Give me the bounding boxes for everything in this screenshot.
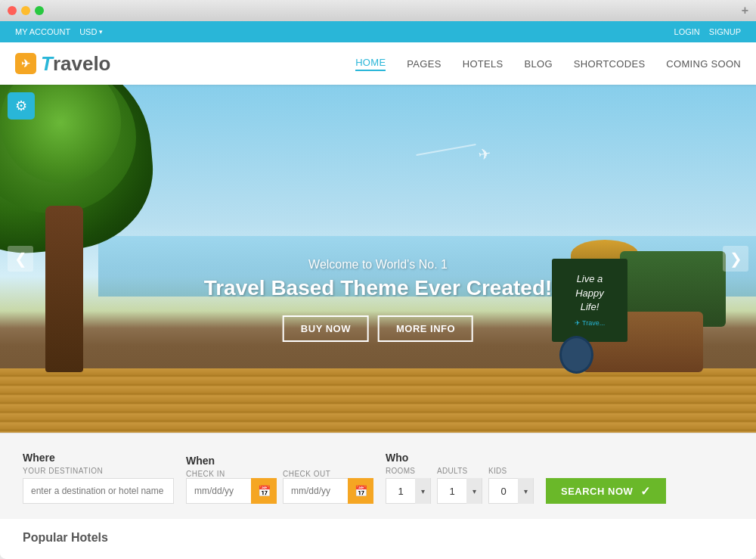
- main-nav: ✈ Travelo HOME PAGES HOTELS BLOG SHORTCO…: [0, 42, 756, 85]
- checkin-calendar-icon[interactable]: 📅: [251, 478, 277, 504]
- maximize-button[interactable]: [35, 6, 44, 15]
- when-label: When: [186, 455, 373, 467]
- chalkboard: Live a Happy Life! ✈ Trave...: [552, 259, 627, 342]
- rooms-group: ROOMS 1 ▾: [386, 467, 431, 504]
- currency-dropdown[interactable]: USD ▾: [79, 27, 103, 36]
- minimize-button[interactable]: [21, 6, 30, 15]
- browser-window: + MY ACCOUNT USD ▾ LOGIN SIGNUP ✈: [0, 0, 756, 559]
- browser-titlebar: +: [0, 0, 756, 21]
- nav-shortcodes[interactable]: SHORTCODES: [574, 58, 646, 70]
- adults-label: ADULTS: [437, 467, 482, 475]
- checkout-sublabel: CHECK OUT: [283, 470, 373, 478]
- adults-decrement-button[interactable]: ▾: [466, 478, 482, 504]
- logo-text: Travelo: [41, 52, 111, 76]
- hero-subtitle: Welcome to World's No. 1: [204, 258, 553, 272]
- adults-spinner: 1 ▾: [437, 478, 482, 504]
- adults-value: 1: [438, 486, 466, 497]
- where-sublabel: YOUR DESTINATION: [23, 467, 174, 475]
- browser-content: MY ACCOUNT USD ▾ LOGIN SIGNUP ✈ Travelo: [0, 21, 756, 559]
- slider-next-button[interactable]: ❯: [723, 246, 748, 272]
- adults-group: ADULTS 1 ▾: [437, 467, 482, 504]
- hero-buttons: BUY NOW MORE INFO: [204, 315, 553, 342]
- more-info-button[interactable]: MORE INFO: [378, 315, 473, 342]
- checkout-wrap: 📅: [283, 478, 373, 504]
- popular-section: Popular Hotels: [0, 519, 756, 557]
- nav-pages[interactable]: PAGES: [407, 58, 441, 70]
- nav-blog[interactable]: BLOG: [525, 58, 553, 70]
- rooms-decrement-button[interactable]: ▾: [415, 478, 430, 504]
- checkin-group: CHECK IN 📅: [186, 470, 277, 504]
- top-bar-left: MY ACCOUNT USD ▾: [15, 27, 103, 36]
- search-section: Where YOUR DESTINATION When CHECK IN 📅: [0, 433, 756, 519]
- dropdown-arrow-icon: ▾: [99, 28, 103, 36]
- checkin-wrap: 📅: [186, 478, 277, 504]
- kids-spinner: 0 ▾: [488, 478, 534, 504]
- where-label: Where: [23, 452, 174, 464]
- when-group: When CHECK IN 📅 CHECK OUT 📅: [186, 455, 373, 504]
- rooms-label: ROOMS: [386, 467, 431, 475]
- nav-links: HOME PAGES HOTELS BLOG SHORTCODES COMING…: [355, 57, 741, 71]
- slider-prev-button[interactable]: ❮: [8, 246, 33, 272]
- search-now-button[interactable]: SEARCH NOW ✓: [546, 478, 666, 504]
- who-group: Who ROOMS 1 ▾ ADULTS 1 ▾: [386, 452, 534, 504]
- logo[interactable]: ✈ Travelo: [15, 52, 111, 76]
- kids-decrement-button[interactable]: ▾: [518, 478, 533, 504]
- buy-now-button[interactable]: BUY NOW: [283, 315, 369, 342]
- logo-italic: T: [41, 52, 53, 75]
- alarm-clock: [559, 336, 593, 374]
- checkmark-icon: ✓: [640, 484, 651, 498]
- login-link[interactable]: LOGIN: [674, 27, 700, 36]
- where-group: Where YOUR DESTINATION: [23, 452, 174, 504]
- close-button[interactable]: [8, 6, 17, 15]
- logo-icon: ✈: [15, 53, 36, 74]
- hero-slider: ✈ ⚙ Live a Happy: [0, 85, 756, 433]
- rooms-spinner: 1 ▾: [386, 478, 431, 504]
- nav-coming-soon[interactable]: COMING SOON: [666, 58, 741, 70]
- hero-text: Welcome to World's No. 1 Travel Based Th…: [204, 258, 553, 342]
- checkout-group: CHECK OUT 📅: [283, 470, 373, 504]
- tree-trunk: [45, 206, 83, 372]
- nav-hotels[interactable]: HOTELS: [463, 58, 503, 70]
- kids-label: KIDS: [488, 467, 534, 475]
- my-account-link[interactable]: MY ACCOUNT: [15, 27, 70, 36]
- kids-group: KIDS 0 ▾: [488, 467, 534, 504]
- checkin-sublabel: CHECK IN: [186, 470, 277, 478]
- signup-link[interactable]: SIGNUP: [709, 27, 741, 36]
- popular-title: Popular Hotels: [23, 531, 108, 544]
- who-inputs: ROOMS 1 ▾ ADULTS 1 ▾ KID: [386, 467, 534, 504]
- settings-icon[interactable]: ⚙: [8, 92, 35, 120]
- kids-value: 0: [489, 486, 518, 497]
- new-tab-button[interactable]: +: [742, 4, 748, 17]
- nav-home[interactable]: HOME: [355, 57, 386, 71]
- checkout-calendar-icon[interactable]: 📅: [348, 478, 373, 504]
- top-bar: MY ACCOUNT USD ▾ LOGIN SIGNUP: [0, 21, 756, 42]
- who-label: Who: [386, 452, 534, 464]
- top-bar-right: LOGIN SIGNUP: [674, 27, 741, 36]
- hero-title: Travel Based Theme Ever Created!: [204, 276, 553, 300]
- rooms-value: 1: [386, 486, 415, 497]
- destination-input[interactable]: [23, 478, 174, 504]
